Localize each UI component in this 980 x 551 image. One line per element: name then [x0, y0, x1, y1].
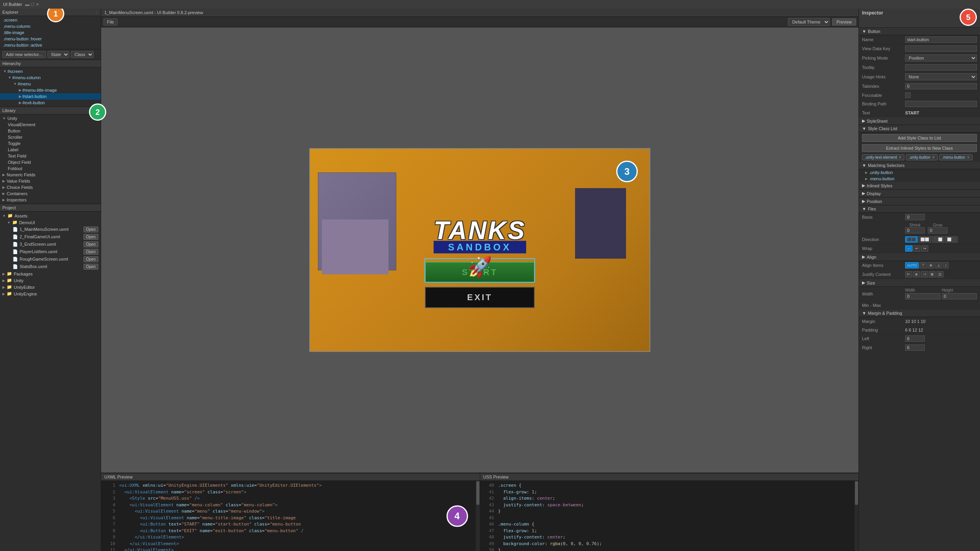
- inspector-align-section[interactable]: ▶Align: [859, 253, 980, 261]
- project-group-unity[interactable]: ▶📁Unity: [0, 277, 101, 284]
- direction-row-rev-btn[interactable]: ⬛⬜: [932, 236, 944, 243]
- inspector-usagehints-dropdown[interactable]: None: [905, 73, 977, 80]
- library-group-choice[interactable]: ▶Choice Fields: [0, 184, 101, 190]
- add-style-class-button[interactable]: Add Style Class to List: [862, 134, 977, 142]
- library-item-button[interactable]: Button: [0, 128, 101, 134]
- align-end-btn[interactable]: ⊥: [935, 262, 942, 268]
- inspector-inlined-styles-section[interactable]: ▶Inlined Styles: [859, 182, 980, 190]
- inspector-styleclasslist-section[interactable]: ▼Style Class List: [859, 125, 980, 132]
- library-item-visual-element[interactable]: VisualElement: [0, 121, 101, 128]
- inspector-name-input[interactable]: [905, 36, 977, 43]
- project-group-unity-engine[interactable]: ▶📁UnityEngine: [0, 290, 101, 297]
- state-dropdown[interactable]: State: [47, 51, 69, 58]
- inspector-right-input[interactable]: [905, 344, 925, 351]
- direction-col-btn[interactable]: ⬜⬜: [918, 236, 931, 243]
- style-tag-unity-text-element-remove[interactable]: ✕: [898, 155, 902, 160]
- inspector-margin-padding-section[interactable]: ▼Margin & Padding: [859, 310, 980, 317]
- inspector-left-input[interactable]: [905, 335, 925, 342]
- matching-selector-unity-button[interactable]: .unity-button: [859, 169, 980, 176]
- wrap-nowrap-btn[interactable]: ↔: [905, 245, 913, 252]
- library-group-numeric[interactable]: ▶Numeric Fields: [0, 172, 101, 178]
- inspector-shrink-input[interactable]: [905, 227, 925, 234]
- style-tag-menu-button-remove[interactable]: ✕: [967, 155, 970, 160]
- inspector-position-section[interactable]: ▶Position: [859, 198, 980, 205]
- library-group-containers[interactable]: ▶Containers: [0, 190, 101, 197]
- justify-start-btn[interactable]: ⊢: [905, 271, 912, 277]
- inspector-width-input[interactable]: [905, 293, 940, 299]
- align-start-btn[interactable]: ⊤: [920, 262, 927, 268]
- project-group-unity-editor[interactable]: ▶📁UnityEditor: [0, 284, 101, 290]
- inspector-tabindex-input[interactable]: [905, 83, 977, 89]
- library-item-object-field[interactable]: Object Field: [0, 159, 101, 165]
- hierarchy-menu[interactable]: ▼#menu: [0, 81, 101, 87]
- explorer-item-menu-button-hover[interactable]: .menu-button :hover: [0, 36, 101, 42]
- style-tag-unity-button-remove[interactable]: ✕: [932, 155, 935, 160]
- direction-col-rev-btn[interactable]: ⬜⬛: [945, 236, 958, 243]
- align-auto-btn[interactable]: AUTO: [905, 262, 919, 268]
- align-center-btn[interactable]: ⊕: [927, 262, 935, 268]
- open-main-menu-button[interactable]: Open: [83, 227, 98, 232]
- library-item-scroller[interactable]: Scroller: [0, 134, 101, 140]
- library-group-unity[interactable]: ▼Unity: [0, 115, 101, 121]
- inspector-button-section[interactable]: ▼Button: [859, 28, 980, 35]
- open-final-game-button[interactable]: Open: [83, 234, 98, 240]
- explorer-item-menu-button-active[interactable]: .menu-button :active: [0, 42, 101, 48]
- project-group-assets[interactable]: ▼📁Assets: [0, 212, 101, 219]
- library-item-text-field[interactable]: Text Field: [0, 153, 101, 159]
- library-item-foldout[interactable]: Foldout: [0, 165, 101, 172]
- inspector-basis-input[interactable]: [905, 214, 925, 220]
- add-selector-button[interactable]: Add new selector...: [2, 51, 46, 58]
- hierarchy-menu-column[interactable]: ▼#menu-column: [0, 74, 101, 81]
- uxml-scrollbar-thumb[interactable]: [476, 481, 479, 505]
- inspector-stylesheet-section[interactable]: ▶StyleSheet: [859, 117, 980, 125]
- project-item-stats-box[interactable]: 📄StatsBox.uxml Open: [0, 263, 101, 270]
- inspector-viewdatakey-input[interactable]: [905, 45, 977, 52]
- project-group-demoui[interactable]: ▼📁DemoUI: [0, 219, 101, 226]
- inspector-pickingmode-dropdown[interactable]: Position: [905, 54, 977, 62]
- library-group-inspectors[interactable]: ▶Inspectors: [0, 197, 101, 203]
- inspector-grow-input[interactable]: [928, 227, 947, 234]
- uxml-scrollbar[interactable]: [476, 481, 480, 551]
- inspector-tooltip-input[interactable]: [905, 64, 977, 71]
- matching-selector-menu-button[interactable]: .menu-button: [859, 176, 980, 182]
- wrap-wrap-btn[interactable]: ↩: [913, 245, 920, 252]
- file-menu-button[interactable]: File: [103, 18, 118, 25]
- library-item-toggle[interactable]: Toggle: [0, 140, 101, 147]
- hierarchy-screen[interactable]: ▼#screen: [0, 68, 101, 74]
- justify-end-btn[interactable]: ⊣: [921, 271, 928, 277]
- hierarchy-exit-button[interactable]: ▶#exit-button: [0, 100, 101, 106]
- hierarchy-start-button[interactable]: ▶#start-button: [0, 93, 101, 100]
- align-stretch-btn[interactable]: ↕: [943, 262, 949, 268]
- inspector-bindingpath-input[interactable]: [905, 101, 977, 107]
- inspector-display-section[interactable]: ▶Display: [859, 190, 980, 198]
- explorer-item-menu-column[interactable]: .menu-column: [0, 23, 101, 29]
- justify-center-btn[interactable]: ⊕: [913, 271, 920, 277]
- open-stats-box-button[interactable]: Open: [83, 264, 98, 270]
- inspector-focusable-checkbox[interactable]: [905, 92, 911, 98]
- project-item-player-list[interactable]: 📄PlayerListItem.uxml Open: [0, 248, 101, 256]
- inspector-size-section[interactable]: ▶Size: [859, 279, 980, 287]
- uss-scrollbar-thumb[interactable]: [855, 481, 858, 505]
- library-group-value[interactable]: ▶Value Fields: [0, 178, 101, 184]
- theme-dropdown[interactable]: Default Theme: [788, 18, 830, 26]
- uss-scrollbar[interactable]: [855, 481, 858, 551]
- wrap-wrap-rev-btn[interactable]: ↪: [921, 245, 928, 252]
- inspector-flex-section[interactable]: ▼Flex: [859, 205, 980, 213]
- library-item-label[interactable]: Label: [0, 147, 101, 153]
- hierarchy-menu-title-image[interactable]: ▶#menu-title-image: [0, 87, 101, 93]
- inspector-matching-selectors-section[interactable]: ▼Matching Selectors: [859, 162, 980, 169]
- project-group-packages[interactable]: ▶📁Packages: [0, 270, 101, 277]
- project-item-final-game[interactable]: 📄2_FinalGameUI.uxml Open: [0, 233, 101, 241]
- open-player-list-button[interactable]: Open: [83, 249, 98, 255]
- open-rough-game-button[interactable]: Open: [83, 256, 98, 262]
- justify-around-btn[interactable]: ⊡: [936, 271, 944, 277]
- justify-between-btn[interactable]: ⊠: [929, 271, 936, 277]
- exit-button[interactable]: EXIT: [425, 287, 535, 308]
- open-end-screen-button[interactable]: Open: [83, 241, 98, 247]
- explorer-item-title-image[interactable]: .title-image: [0, 29, 101, 36]
- extract-inline-button[interactable]: Extract Inlined Styles to New Class: [862, 144, 977, 152]
- inspector-height-input[interactable]: [942, 293, 977, 299]
- direction-row-btn[interactable]: ⬛⬛: [905, 236, 918, 243]
- class-dropdown[interactable]: Class: [71, 51, 94, 58]
- preview-button[interactable]: Preview: [832, 18, 856, 25]
